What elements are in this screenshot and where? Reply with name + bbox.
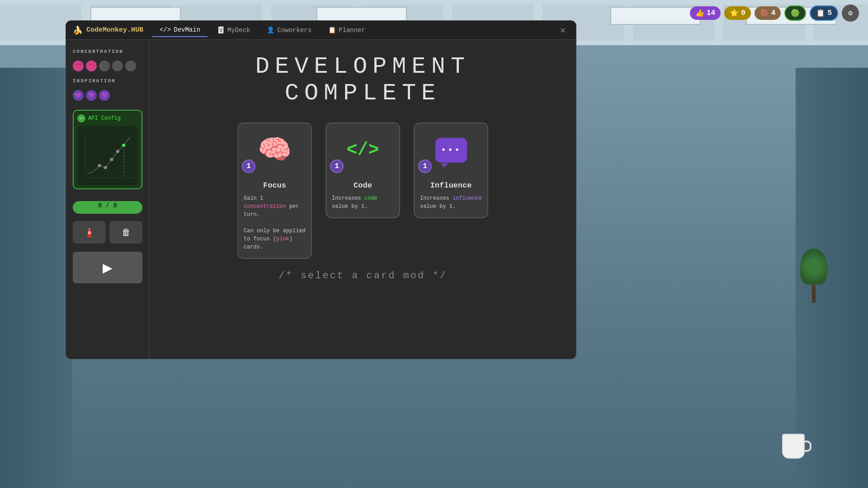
- likes-badge[interactable]: 👍 14: [690, 6, 721, 20]
- play-button[interactable]: ▶: [73, 252, 142, 283]
- main-content: DEVELOPMENT COMPLETE 🧠 1 Focus Gain 1 co…: [150, 40, 576, 359]
- stars-value: 0: [741, 9, 745, 17]
- ceiling-light-3: [610, 7, 701, 25]
- fire-button[interactable]: 🧯: [73, 221, 106, 244]
- inspiration-dots: 💜 💜 💜: [73, 90, 142, 101]
- card-influence-desc: Increases influence value by 1.: [420, 194, 482, 211]
- plant: [800, 249, 827, 303]
- tab-mydeck[interactable]: 🃏 MyDeck: [210, 23, 257, 37]
- card-influence[interactable]: ••• 1 Influence Increases influence valu…: [414, 122, 488, 259]
- card-focus-desc: Gain 1 concentration per turn. Can only …: [244, 194, 306, 251]
- cubicle-right: [796, 68, 868, 488]
- concentration-dots: 💗 💗: [73, 61, 142, 71]
- tasks-icon: 📋: [816, 9, 825, 18]
- card-focus-name: Focus: [244, 181, 306, 190]
- card-influence-info: Influence Increases influence value by 1…: [414, 177, 488, 218]
- brand: 🍌 CodeMonkey.HUB: [73, 25, 143, 35]
- concentration-dot-3: [99, 61, 110, 71]
- pink-highlight: pink: [276, 236, 289, 242]
- card-code[interactable]: </> 1 Code Increases code value by 1.: [326, 122, 400, 259]
- card-code-info: Code Increases code value by 1.: [326, 177, 400, 218]
- card-influence-badge: 1: [418, 160, 432, 173]
- graph-area: [77, 126, 138, 185]
- api-config-header: ✓ API Config: [77, 114, 138, 122]
- card-code-name: Code: [332, 181, 394, 190]
- concentration-label: CONCENTRATION: [73, 49, 142, 54]
- title-bar: 🍌 CodeMonkey.HUB </> DevMain 🃏 MyDeck 👤 …: [66, 21, 576, 40]
- svg-point-5: [116, 150, 119, 153]
- close-button[interactable]: ✕: [557, 23, 569, 38]
- card-code-icon-box: </> 1: [326, 122, 400, 177]
- concentration-highlight: concentration: [244, 203, 286, 210]
- trash-button[interactable]: 🗑: [109, 221, 142, 244]
- coins-value: 4: [771, 9, 776, 17]
- card-code-desc: Increases code value by 1.: [332, 194, 394, 211]
- code-highlight: code: [364, 195, 377, 202]
- tab-devmain[interactable]: </> DevMain: [152, 23, 208, 37]
- card-focus-icon-box: 🧠 1: [237, 122, 312, 177]
- svg-point-2: [98, 164, 101, 167]
- fire-icon: 🧯: [84, 227, 95, 238]
- brand-name: CodeMonkey.HUB: [86, 26, 143, 34]
- coins-icon: 🟤: [760, 9, 769, 18]
- api-config-card[interactable]: ✓ API Config: [73, 110, 142, 189]
- window-content: CONCENTRATION 💗 💗 INSPIRATION 💜 💜 💜 ✓ AP…: [66, 40, 576, 359]
- inspiration-label: INSPIRATION: [73, 78, 142, 84]
- tab-planner[interactable]: 📋 Planner: [321, 23, 373, 37]
- select-instruction: /* select a card mod */: [278, 270, 447, 282]
- influence-highlight: influence: [453, 195, 482, 202]
- tasks-badge[interactable]: 📋 5: [810, 5, 838, 21]
- tasks-value: 5: [827, 9, 832, 17]
- code-icon: </>: [346, 140, 379, 160]
- play-btn-container: ▶: [73, 252, 142, 283]
- api-config-label: API Config: [88, 115, 121, 122]
- plant-stem: [812, 285, 816, 303]
- cup-body: [782, 434, 805, 459]
- play-icon: ▶: [103, 260, 113, 275]
- card-focus-info: Focus Gain 1 concentration per turn. Can…: [237, 177, 312, 259]
- energy-icon: 🟢: [791, 9, 800, 18]
- dev-complete-title: DEVELOPMENT COMPLETE: [168, 53, 558, 107]
- cup-handle: [805, 441, 811, 452]
- tab-coworkers-icon: 👤: [267, 26, 274, 34]
- tab-coworkers[interactable]: 👤 Coworkers: [259, 23, 319, 37]
- trash-icon: 🗑: [122, 227, 131, 238]
- concentration-dot-2: 💗: [86, 61, 97, 71]
- plant-leaves: [800, 249, 827, 285]
- progress-text: 8 / 8: [98, 202, 117, 209]
- inspiration-dot-1: 💜: [73, 90, 84, 101]
- tab-mydeck-icon: 🃏: [217, 26, 225, 34]
- card-influence-name: Influence: [420, 181, 482, 190]
- tab-devmain-icon: </>: [160, 26, 171, 33]
- tab-bar: </> DevMain 🃏 MyDeck 👤 Coworkers 📋 Plann…: [152, 23, 547, 37]
- tab-coworkers-label: Coworkers: [277, 27, 311, 34]
- energy-badge[interactable]: 🟢: [784, 5, 806, 21]
- settings-icon: ⚙: [848, 9, 853, 18]
- action-buttons: 🧯 🗑: [73, 221, 142, 244]
- tab-devmain-label: DevMain: [174, 26, 200, 33]
- brand-emoji: 🍌: [73, 25, 83, 35]
- likes-value: 14: [707, 9, 715, 17]
- card-mods-row: 🧠 1 Focus Gain 1 concentration per turn.…: [237, 122, 488, 259]
- msg-dots: •••: [441, 145, 461, 155]
- svg-point-4: [110, 158, 113, 161]
- coins-badge[interactable]: 🟤 4: [755, 6, 781, 20]
- concentration-dot-5: [125, 61, 136, 71]
- card-influence-icon-box: ••• 1: [414, 122, 488, 177]
- svg-point-3: [104, 166, 107, 169]
- brain-icon: 🧠: [258, 133, 292, 167]
- main-window: 🍌 CodeMonkey.HUB </> DevMain 🃏 MyDeck 👤 …: [66, 20, 576, 359]
- api-config-icon: ✓: [77, 114, 85, 122]
- progress-container: 8 / 8: [73, 197, 142, 214]
- settings-button[interactable]: ⚙: [842, 5, 859, 22]
- stars-icon: ⭐: [730, 9, 739, 18]
- concentration-dot-4: [112, 61, 123, 71]
- inspiration-dot-3: 💜: [99, 90, 110, 101]
- concentration-dot-1: 💗: [73, 61, 84, 71]
- stars-badge[interactable]: ⭐ 0: [724, 6, 751, 20]
- coffee-cup: [782, 434, 805, 461]
- card-focus[interactable]: 🧠 1 Focus Gain 1 concentration per turn.…: [237, 122, 312, 259]
- tab-mydeck-label: MyDeck: [227, 27, 250, 34]
- message-icon: •••: [435, 138, 467, 163]
- inspiration-dot-2: 💜: [86, 90, 97, 101]
